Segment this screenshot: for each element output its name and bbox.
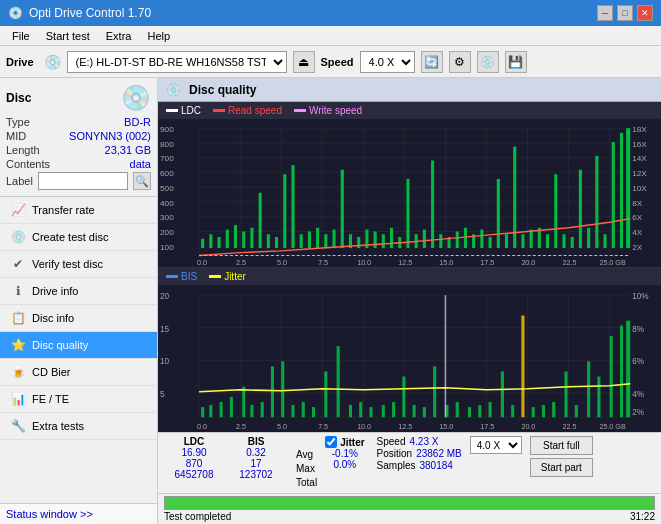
sidebar-item-extra-tests[interactable]: 🔧 Extra tests (0, 413, 157, 440)
drive-select[interactable]: (E:) HL-DT-ST BD-RE WH16NS58 TST4 (67, 51, 287, 73)
sidebar-item-fe-te[interactable]: 📊 FE / TE (0, 386, 157, 413)
settings-button[interactable]: ⚙ (449, 51, 471, 73)
menu-file[interactable]: File (4, 28, 38, 44)
svg-rect-70 (604, 234, 607, 248)
start-part-button[interactable]: Start part (530, 458, 593, 477)
svg-rect-68 (587, 228, 590, 248)
svg-rect-123 (230, 396, 233, 416)
eject-button[interactable]: ⏏ (293, 51, 315, 73)
svg-text:0.0: 0.0 (197, 259, 207, 266)
sidebar-item-drive-info[interactable]: ℹ Drive info (0, 278, 157, 305)
menu-extra[interactable]: Extra (98, 28, 140, 44)
svg-rect-22 (209, 234, 212, 248)
time-text: 31:22 (630, 511, 655, 522)
svg-rect-155 (575, 405, 578, 417)
start-full-button[interactable]: Start full (530, 436, 593, 455)
svg-rect-134 (349, 405, 352, 417)
svg-text:12.5: 12.5 (398, 259, 412, 266)
extra-tests-icon: 🔧 (10, 418, 26, 434)
transfer-rate-label: Transfer rate (32, 204, 95, 216)
charts-area: LDC Read speed Write speed (158, 102, 661, 432)
svg-rect-151 (532, 407, 535, 417)
svg-rect-122 (220, 401, 223, 416)
cd-bier-icon: 🍺 (10, 364, 26, 380)
svg-text:20.0: 20.0 (521, 259, 535, 266)
read-speed-legend-color (213, 109, 225, 112)
bis-legend-label: BIS (181, 271, 197, 282)
transfer-rate-icon: 📈 (10, 202, 26, 218)
jitter-section: Jitter -0.1% 0.0% (325, 436, 364, 470)
label-input[interactable] (38, 172, 128, 190)
avg-label: Avg (296, 448, 317, 462)
svg-rect-146 (478, 405, 481, 417)
menu-help[interactable]: Help (139, 28, 178, 44)
sidebar-item-transfer-rate[interactable]: 📈 Transfer rate (0, 197, 157, 224)
svg-text:0.0: 0.0 (197, 423, 207, 431)
svg-rect-43 (382, 234, 385, 248)
disc-quality-icon: ⭐ (10, 337, 26, 353)
title-bar: 💿 Opti Drive Control 1.70 ─ □ ✕ (0, 0, 661, 26)
verify-test-disc-icon: ✔ (10, 256, 26, 272)
speed-select[interactable]: 4.0 X Max 2.0 X 6.0 X 8.0 X (360, 51, 415, 73)
svg-rect-139 (402, 376, 405, 417)
contents-value: data (130, 158, 151, 170)
bis-max: 17 (250, 458, 261, 469)
svg-rect-64 (554, 174, 557, 248)
app-title: Opti Drive Control 1.70 (29, 6, 151, 20)
save-button[interactable]: 💾 (505, 51, 527, 73)
ldc-max: 870 (186, 458, 203, 469)
svg-rect-157 (597, 376, 600, 417)
label-search-button[interactable]: 🔍 (133, 172, 151, 190)
jitter-label: Jitter (340, 437, 364, 448)
svg-rect-137 (382, 405, 385, 417)
sidebar-item-create-test-disc[interactable]: 💿 Create test disc (0, 224, 157, 251)
type-label: Type (6, 116, 30, 128)
svg-text:2.5: 2.5 (236, 259, 246, 266)
svg-rect-49 (431, 160, 434, 248)
svg-text:15.0: 15.0 (439, 423, 453, 431)
extra-tests-label: Extra tests (32, 420, 84, 432)
svg-text:10: 10 (160, 357, 170, 366)
svg-text:2X: 2X (632, 243, 643, 252)
svg-text:400: 400 (160, 199, 174, 208)
minimize-button[interactable]: ─ (597, 5, 613, 21)
contents-label: Contents (6, 158, 50, 170)
svg-rect-120 (201, 407, 204, 417)
sidebar-item-disc-info[interactable]: 📋 Disc info (0, 305, 157, 332)
svg-rect-142 (433, 366, 436, 417)
bottom-speed-select[interactable]: 4.0 X Max 2.0 X (470, 436, 522, 454)
svg-rect-121 (209, 405, 212, 417)
sidebar-item-verify-test-disc[interactable]: ✔ Verify test disc (0, 251, 157, 278)
svg-rect-32 (291, 165, 294, 248)
menu-start-test[interactable]: Start test (38, 28, 98, 44)
status-window-button[interactable]: Status window >> (0, 503, 157, 524)
svg-rect-73 (626, 128, 630, 248)
svg-text:6X: 6X (632, 214, 643, 223)
svg-rect-38 (341, 170, 344, 248)
panel-header: 💿 Disc quality (158, 78, 661, 102)
svg-rect-103 (158, 285, 661, 433)
svg-text:7.5: 7.5 (318, 259, 328, 266)
toolbar: Drive 💿 (E:) HL-DT-ST BD-RE WH16NS58 TST… (0, 46, 661, 78)
chart1-svg: 900 800 700 600 500 400 300 200 100 18X … (158, 119, 661, 267)
svg-rect-48 (423, 230, 426, 248)
bottom-speed-section: 4.0 X Max 2.0 X (470, 436, 522, 454)
disc-button[interactable]: 💿 (477, 51, 499, 73)
maximize-button[interactable]: □ (617, 5, 633, 21)
svg-rect-135 (359, 401, 362, 416)
sidebar-item-disc-quality[interactable]: ⭐ Disc quality (0, 332, 157, 359)
refresh-button[interactable]: 🔄 (421, 51, 443, 73)
stats-columns: LDC 16.90 870 6452708 BIS 0.32 17 123702 (164, 436, 286, 480)
svg-text:600: 600 (160, 170, 174, 179)
svg-text:17.5: 17.5 (480, 259, 494, 266)
close-button[interactable]: ✕ (637, 5, 653, 21)
svg-text:700: 700 (160, 155, 174, 164)
disc-info-label: Disc info (32, 312, 74, 324)
sidebar-item-cd-bier[interactable]: 🍺 CD Bier (0, 359, 157, 386)
jitter-checkbox[interactable] (325, 436, 337, 448)
ldc-legend-label: LDC (181, 105, 201, 116)
jitter-legend-color (209, 275, 221, 278)
svg-rect-50 (439, 234, 442, 248)
svg-rect-21 (201, 239, 204, 248)
svg-text:8X: 8X (632, 199, 643, 208)
